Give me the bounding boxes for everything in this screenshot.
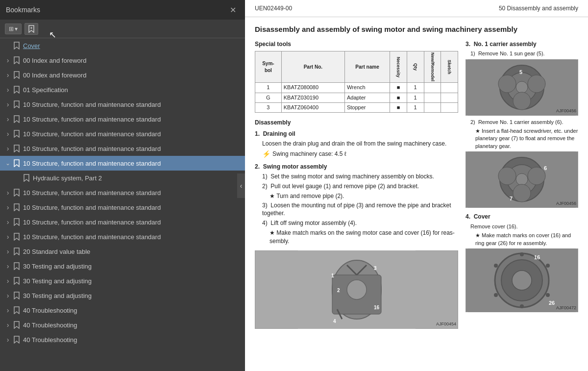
gear-image-3-label: AJF00472 bbox=[556, 305, 576, 311]
cell-partname: Adapter bbox=[344, 93, 390, 102]
bookmark-icon-trouble2 bbox=[13, 321, 21, 329]
close-button[interactable]: ✕ bbox=[227, 4, 239, 16]
expand-btn-struct5[interactable]: ⌄ bbox=[4, 159, 12, 167]
bookmark-icon-struct9 bbox=[13, 233, 21, 241]
bookmark-item-struct5[interactable]: ⌄ 10 Structure, function and maintenance… bbox=[0, 156, 245, 171]
bookmark-icon-struct1 bbox=[13, 100, 21, 108]
col-necessity: Necessity bbox=[390, 51, 407, 83]
bookmark-item-struct9[interactable]: › 10 Structure, function and maintenance… bbox=[0, 229, 245, 244]
step-1: 1. Draining oil Loosen the drain plug an… bbox=[255, 130, 458, 159]
bookmark-label-test2: 30 Testing and adjusting bbox=[23, 277, 241, 285]
left-column: Special tools Sym-bol Part No. Part name… bbox=[255, 40, 458, 329]
expand-btn-struct6[interactable]: › bbox=[4, 189, 12, 197]
bookmark-item-cover[interactable]: Cover bbox=[0, 38, 245, 53]
bookmark-item-trouble3[interactable]: › 40 Troubleshooting bbox=[0, 332, 245, 347]
step-2-item-2: 2) Pull out level gauge (1) and remove p… bbox=[262, 182, 458, 191]
bookmark-item-struct3[interactable]: › 10 Structure, function and maintenance… bbox=[0, 126, 245, 141]
collapse-panel-button[interactable]: ‹ bbox=[237, 173, 245, 198]
bookmark-item-hydraulic[interactable]: Hydraulic system, Part 2 bbox=[0, 171, 245, 185]
expand-btn-test3[interactable]: › bbox=[4, 292, 12, 299]
expand-btn-spec[interactable]: › bbox=[4, 86, 12, 94]
bookmark-item-struct7[interactable]: › 10 Structure, function and maintenance… bbox=[0, 200, 245, 215]
expand-btn-cover[interactable] bbox=[4, 42, 12, 49]
bookmarks-title: Bookmarks bbox=[6, 6, 40, 14]
cell-partname: Stopper bbox=[344, 103, 390, 113]
expand-btn-test2[interactable]: › bbox=[4, 277, 12, 285]
bookmark-icon-struct8 bbox=[13, 218, 21, 226]
bookmark-label-std: 20 Standard value table bbox=[23, 248, 241, 255]
col-partname: Part name bbox=[344, 51, 390, 83]
bookmark-icon-struct4 bbox=[13, 145, 21, 152]
svg-point-38 bbox=[546, 293, 550, 297]
expand-btn-struct7[interactable]: › bbox=[4, 203, 12, 211]
expand-btn-struct2[interactable]: › bbox=[4, 115, 12, 123]
bookmark-item-struct8[interactable]: › 10 Structure, function and maintenance… bbox=[0, 215, 245, 229]
bookmark-item-struct6[interactable]: › 10 Structure, function and maintenance… bbox=[0, 185, 245, 200]
expand-btn-struct1[interactable]: › bbox=[4, 100, 12, 108]
doc-title: Disassembly and assembly of swing motor … bbox=[255, 25, 578, 34]
bookmark-item-test2[interactable]: › 30 Testing and adjusting bbox=[0, 273, 245, 288]
oil-amount: Swing machinery case: 4.5 ℓ bbox=[272, 150, 346, 158]
expand-btn-index1[interactable]: › bbox=[4, 56, 12, 64]
gear-svg-3: 16 26 bbox=[468, 248, 576, 312]
svg-point-36 bbox=[546, 264, 550, 268]
bookmark-button[interactable] bbox=[24, 23, 38, 35]
expand-btn-std[interactable]: › bbox=[4, 247, 12, 255]
cell-sketch bbox=[441, 93, 458, 102]
step-2-title: 2. Swing motor assembly bbox=[255, 163, 458, 171]
bookmark-icon-struct7 bbox=[13, 203, 21, 211]
bookmark-label-index1: 00 Index and foreword bbox=[23, 57, 241, 64]
expand-btn-struct4[interactable]: › bbox=[4, 145, 12, 152]
expand-btn-trouble1[interactable]: › bbox=[4, 306, 12, 314]
expand-btn-struct3[interactable]: › bbox=[4, 130, 12, 138]
step-1-item-1: Loosen the drain plug and drain the oil … bbox=[262, 140, 458, 148]
cell-qty: 1 bbox=[407, 83, 424, 93]
bookmark-item-struct1[interactable]: › 10 Structure, function and maintenance… bbox=[0, 97, 245, 112]
right-column: 3. No. 1 carrier assembly 1) Remove No. … bbox=[466, 40, 578, 329]
bookmark-icon-cover bbox=[13, 42, 21, 49]
bookmark-item-test3[interactable]: › 30 Testing and adjusting bbox=[0, 288, 245, 303]
view-toggle-button[interactable]: ⊞ ▾ bbox=[5, 24, 22, 34]
bookmark-icon-struct6 bbox=[13, 189, 21, 197]
gear-svg-2: 6 7 bbox=[468, 151, 576, 208]
bookmark-item-struct4[interactable]: › 10 Structure, function and maintenance… bbox=[0, 141, 245, 156]
expand-btn-test1[interactable]: › bbox=[4, 262, 12, 270]
col-sym: Sym-bol bbox=[255, 51, 282, 83]
bookmark-item-index2[interactable]: › 00 Index and foreword bbox=[0, 68, 245, 82]
bookmark-label-trouble3: 40 Troubleshooting bbox=[23, 336, 241, 344]
oil-icon: ⚡ bbox=[262, 149, 270, 159]
bookmarks-panel: Bookmarks ✕ ⊞ ▾ ↖ Cover› 00 Index and fo… bbox=[0, 0, 245, 371]
svg-text:6: 6 bbox=[544, 165, 547, 171]
bookmark-label-index2: 00 Index and foreword bbox=[23, 72, 241, 79]
expand-btn-index2[interactable]: › bbox=[4, 71, 12, 79]
gear-image-2: 6 7 AJF00456 bbox=[466, 151, 578, 208]
bookmark-label-struct5: 10 Structure, function and maintenance s… bbox=[23, 160, 241, 167]
machine-image: 1 2 3 4 16 AJF00454 bbox=[255, 250, 458, 329]
section-3-item-1: 1) Remove No. 1 sun gear (5). bbox=[470, 50, 578, 57]
bookmark-item-trouble1[interactable]: › 40 Troubleshooting bbox=[0, 303, 245, 318]
bookmark-icon-hydraulic bbox=[23, 174, 30, 182]
gear-image-1: 5 AJF00456 bbox=[466, 59, 578, 116]
bookmark-item-struct2[interactable]: › 10 Structure, function and maintenance… bbox=[0, 112, 245, 126]
svg-point-18 bbox=[513, 92, 531, 110]
expand-btn-struct8[interactable]: › bbox=[4, 218, 12, 226]
bookmark-label-struct9: 10 Structure, function and maintenance s… bbox=[23, 233, 241, 241]
col-partno: Part No. bbox=[281, 51, 344, 83]
bookmark-label-struct6: 10 Structure, function and maintenance s… bbox=[23, 189, 241, 197]
svg-text:3: 3 bbox=[374, 266, 377, 271]
expand-btn-trouble2[interactable]: › bbox=[4, 321, 12, 329]
bookmark-label-spec: 01 Specification bbox=[23, 86, 241, 94]
bookmark-item-test1[interactable]: › 30 Testing and adjusting bbox=[0, 259, 245, 273]
bookmark-item-std[interactable]: › 20 Standard value table bbox=[0, 244, 245, 259]
bookmark-list[interactable]: Cover› 00 Index and foreword› 00 Index a… bbox=[0, 38, 245, 371]
bookmark-icon-trouble3 bbox=[13, 336, 21, 344]
bookmark-item-index1[interactable]: › 00 Index and foreword bbox=[0, 53, 245, 68]
expand-btn-hydraulic[interactable] bbox=[14, 174, 22, 182]
cell-sym: G bbox=[255, 93, 282, 102]
expand-btn-struct9[interactable]: › bbox=[4, 233, 12, 241]
bookmark-item-spec[interactable]: › 01 Specification bbox=[0, 82, 245, 97]
expand-btn-trouble3[interactable]: › bbox=[4, 336, 12, 344]
bookmark-label-test3: 30 Testing and adjusting bbox=[23, 292, 241, 299]
bookmark-item-trouble2[interactable]: › 40 Troubleshooting bbox=[0, 318, 245, 332]
document-panel: UEN02449-00 50 Disassembly and assembly … bbox=[245, 0, 588, 371]
